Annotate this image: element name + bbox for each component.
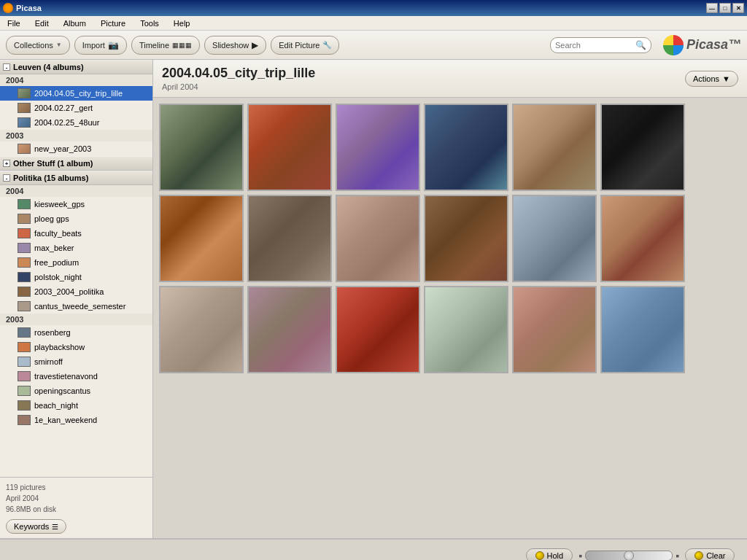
album-max-beker[interactable]: max_beker — [0, 241, 152, 255]
menu-album[interactable]: Album — [59, 18, 90, 29]
album-label-lille: 2004.04.05_city_trip_lille — [34, 89, 123, 98]
album-rosenberg[interactable]: rosenberg — [0, 325, 152, 340]
photo-9[interactable] — [336, 195, 420, 282]
album-playbackshow[interactable]: playbackshow — [0, 340, 152, 354]
photo-7[interactable] — [159, 195, 244, 282]
sidebar-section-leuven[interactable]: - Leuven (4 albums) — [0, 60, 152, 74]
search-box[interactable]: 🔍 — [550, 37, 651, 53]
actions-label: Actions — [693, 74, 719, 83]
section-toggle-politika[interactable]: - — [3, 174, 10, 182]
photo-13[interactable] — [159, 286, 244, 373]
album-label-1ekan: 1e_kan_weekend — [34, 416, 97, 424]
import-icon: 📷 — [108, 40, 119, 50]
title-bar: Picasa — □ ✕ — [0, 0, 747, 16]
hold-button[interactable]: Hold — [526, 548, 573, 560]
menu-edit[interactable]: Edit — [31, 18, 53, 29]
album-thumb-lille — [18, 88, 31, 98]
photo-2[interactable] — [247, 104, 332, 191]
photo-5[interactable] — [512, 104, 597, 191]
photo-16[interactable] — [424, 286, 508, 373]
photo-1[interactable] — [159, 104, 244, 191]
year-2003-leuven: 2003 — [0, 130, 152, 141]
album-cantus[interactable]: cantus_tweede_semester — [0, 299, 152, 314]
slideshow-button[interactable]: Slideshow ▶ — [204, 36, 266, 55]
album-1e-kan-weekend[interactable]: 1e_kan_weekend — [0, 413, 152, 427]
album-free-podium[interactable]: free_podium — [0, 255, 152, 270]
import-button[interactable]: Import 📷 — [74, 36, 127, 55]
import-label: Import — [82, 41, 105, 50]
close-button[interactable]: ✕ — [732, 3, 744, 13]
minimize-button[interactable]: — — [706, 3, 718, 13]
menu-help[interactable]: Help — [169, 18, 195, 29]
album-48uur[interactable]: 2004.02.25_48uur — [0, 115, 152, 130]
album-smirnoff[interactable]: smirnoff — [0, 354, 152, 369]
album-thumb-beachnight — [18, 400, 31, 411]
keywords-icon: ☰ — [52, 523, 58, 531]
clear-indicator — [694, 551, 703, 560]
photo-12[interactable] — [600, 195, 685, 282]
photo-15[interactable] — [336, 286, 420, 373]
album-faculty-beats[interactable]: faculty_beats — [0, 226, 152, 241]
keywords-label: Keywords — [14, 522, 49, 531]
photo-6[interactable] — [600, 104, 685, 191]
picasa-logo: Picasa™ — [663, 35, 741, 55]
photo-10[interactable] — [424, 195, 508, 282]
content-area: 2004.04.05_city_trip_lille April 2004 Ac… — [153, 60, 747, 538]
sidebar-info: 119 pictures April 2004 96.8MB on disk — [6, 482, 147, 515]
album-gert[interactable]: 2004.02.27_gert — [0, 101, 152, 115]
photo-11[interactable] — [512, 195, 597, 282]
photo-14[interactable] — [247, 286, 332, 373]
menu-file[interactable]: File — [3, 18, 25, 29]
photo-18[interactable] — [600, 286, 685, 373]
album-politika-2003-2004[interactable]: 2003_2004_politika — [0, 284, 152, 299]
sidebar-bottom: 119 pictures April 2004 96.8MB on disk K… — [0, 477, 152, 538]
album-new-year[interactable]: new_year_2003 — [0, 141, 152, 156]
photo-3[interactable] — [336, 104, 420, 191]
album-beach-night[interactable]: beach_night — [0, 398, 152, 413]
album-polstok-night[interactable]: polstok_night — [0, 270, 152, 284]
sidebar-section-politika[interactable]: - Politika (15 albums) — [0, 171, 152, 185]
album-ploeg-gps[interactable]: ploeg gps — [0, 211, 152, 226]
section-label-leuven: Leuven (4 albums) — [13, 63, 84, 71]
tray-controls: Hold ▪ ▪ Clear 🖨 Print ✉ E-mail 📤 — [514, 540, 747, 560]
section-toggle-otherstuff[interactable]: + — [3, 160, 10, 167]
main-area: - Leuven (4 albums) 2004 2004.04.05_city… — [0, 60, 747, 538]
timeline-label: Timeline — [139, 41, 169, 50]
photo-grid[interactable] — [153, 98, 747, 538]
menu-picture[interactable]: Picture — [96, 18, 130, 29]
collections-button[interactable]: Collections ▼ — [6, 36, 70, 55]
clear-button[interactable]: Clear — [685, 548, 735, 560]
hold-indicator — [535, 551, 544, 560]
album-thumb-facultybeats — [18, 228, 31, 238]
size-slider[interactable] — [585, 551, 673, 560]
keywords-button[interactable]: Keywords ☰ — [6, 519, 66, 534]
collections-arrow: ▼ — [56, 42, 62, 48]
sidebar-section-otherstuff[interactable]: + Other Stuff (1 album) — [0, 156, 152, 171]
search-input[interactable] — [555, 41, 635, 50]
picture-tray[interactable]: Picture Tray — [0, 540, 514, 560]
actions-button[interactable]: Actions ▼ — [685, 71, 738, 87]
photo-4[interactable] — [424, 104, 508, 191]
menu-tools[interactable]: Tools — [136, 18, 163, 29]
year-2003-politika: 2003 — [0, 314, 152, 325]
album-label-cantus: cantus_tweede_semester — [34, 302, 125, 311]
logo-circle-icon — [663, 35, 684, 55]
app-icon — [3, 3, 13, 13]
logo-text: Picasa™ — [686, 37, 741, 52]
timeline-button[interactable]: Timeline ▦▦▦ — [131, 36, 200, 55]
album-kiesweek[interactable]: kiesweek_gps — [0, 197, 152, 211]
section-toggle-leuven[interactable]: - — [3, 63, 10, 71]
album-openingscantus[interactable]: openingscantus — [0, 384, 152, 398]
photo-17[interactable] — [512, 286, 597, 373]
album-label-playbackshow: playbackshow — [34, 343, 85, 351]
photo-count: 119 pictures — [6, 482, 147, 493]
album-travestietenavond[interactable]: travestietenavond — [0, 369, 152, 384]
album-thumb-freepodium — [18, 257, 31, 268]
album-city-trip-lille[interactable]: 2004.04.05_city_trip_lille — [0, 86, 152, 101]
album-thumb-travestie — [18, 371, 31, 381]
photo-8[interactable] — [247, 195, 332, 282]
maximize-button[interactable]: □ — [719, 3, 731, 13]
edit-picture-button[interactable]: Edit Picture 🔧 — [271, 36, 339, 55]
album-thumb-openingscantus — [18, 386, 31, 396]
sidebar-scroll[interactable]: - Leuven (4 albums) 2004 2004.04.05_city… — [0, 60, 152, 477]
